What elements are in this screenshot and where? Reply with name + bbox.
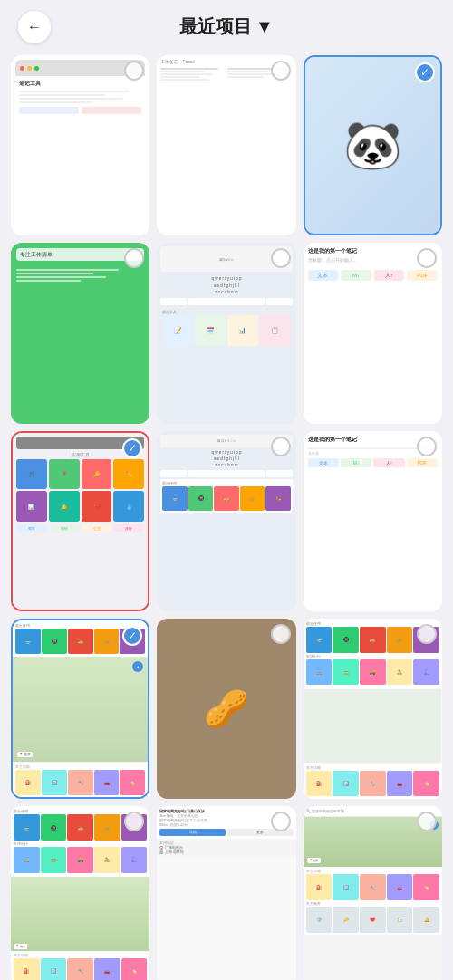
check-badge-8 xyxy=(417,437,437,456)
page-title: 最近项目 ▼ xyxy=(179,14,274,39)
header: ← 最近项目 ▼ xyxy=(0,0,453,48)
thumbnail-11[interactable]: 最近使用 🚌 🚇 🚕 🚲 🛵 常用出行 🚎 🚃 🛺 🚴 🛴 xyxy=(304,619,442,799)
check-badge-6: ✓ xyxy=(122,438,142,458)
check-badge-13 xyxy=(271,812,291,831)
check-badge-10 xyxy=(271,624,291,644)
thumbnail-3[interactable]: 专注工作清单 xyxy=(11,243,149,423)
back-button[interactable]: ← xyxy=(18,11,51,43)
thumbnail-13[interactable]: 国家电网充电站(石景山区沃... 1km 附近 · 北京石景山区... 国家电网… xyxy=(157,806,295,980)
thumbnail-8[interactable]: 这是我的第一个笔记 无标题 文本 M↓ 人↑ PDF xyxy=(304,431,442,611)
thumbnail-2[interactable]: 🐼 ✓ xyxy=(304,55,442,235)
pb-jar-image: 🥜 xyxy=(204,687,249,730)
thumbnail-12[interactable]: 最近使用 🚌 🚇 🚕 🚲 🛵 常用出行 🚎 🚃 🛺 🚴 🛴 xyxy=(11,806,149,980)
thumbnail-7[interactable]: ⊠ ⊡ A ≡ □ ≈ q w e r t y u i o p a s d f … xyxy=(157,431,295,611)
title-text: 最近项目 xyxy=(179,14,252,39)
back-arrow-icon: ← xyxy=(27,19,42,35)
title-dropdown-icon[interactable]: ▼ xyxy=(255,16,274,37)
thumbnail-1[interactable]: 工作备忘 · Focus xyxy=(157,55,295,235)
thumbnail-grid: 笔记工具 工作备忘 · Focus xyxy=(0,48,453,980)
thumbnail-0[interactable]: 笔记工具 xyxy=(11,55,149,235)
thumbnail-6[interactable]: 应用工具 🎵 📍 🔑 ✏️ 📊 🔔 ❤️ 💧 驾车 地铁 公交 步行 ✓ xyxy=(11,431,149,611)
thumbnail-9[interactable]: 最近使用 🚌 🚇 🚕 🚲 🛵 📍 北京 + 车主功能 ⛽ 🅿 xyxy=(11,619,149,799)
thumbnail-4[interactable]: ⊠⊡A≡□≈ q w e r t y u i o p a s d f g h j… xyxy=(157,243,295,423)
check-badge-2: ✓ xyxy=(415,62,435,82)
panda-image: 🐼 xyxy=(343,118,402,173)
thumbnail-14[interactable]: 🔍 重庆市的动态停车场 📍 位置 + 车主功能 ⛽ 🅿️ 🔧 🚗 🏷️ 车主服务… xyxy=(304,806,442,980)
check-badge-11 xyxy=(417,624,437,644)
check-badge-1 xyxy=(271,61,291,81)
check-badge-4 xyxy=(271,248,291,268)
check-badge-7 xyxy=(271,437,291,456)
thumbnail-5[interactable]: 这是我的第一个笔记 无标题，点击开始输入... 文本 M↓ 人↑ PDF xyxy=(304,243,442,423)
thumbnail-10[interactable]: 🥜 xyxy=(157,619,295,799)
